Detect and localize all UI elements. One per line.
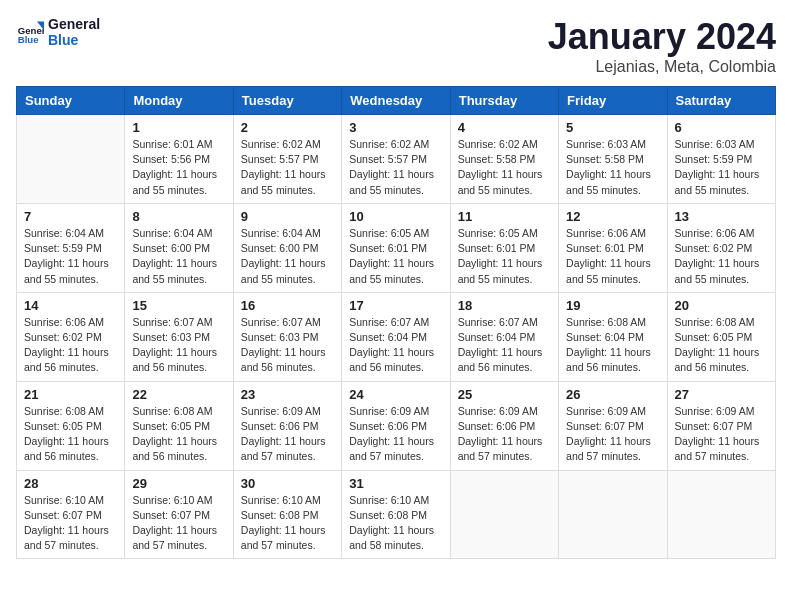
day-info: Sunrise: 6:09 AM Sunset: 6:06 PM Dayligh… xyxy=(241,404,334,465)
logo-icon: General Blue xyxy=(16,18,44,46)
day-info: Sunrise: 6:06 AM Sunset: 6:01 PM Dayligh… xyxy=(566,226,659,287)
day-info: Sunrise: 6:03 AM Sunset: 5:58 PM Dayligh… xyxy=(566,137,659,198)
calendar-cell: 4Sunrise: 6:02 AM Sunset: 5:58 PM Daylig… xyxy=(450,115,558,204)
calendar-cell: 19Sunrise: 6:08 AM Sunset: 6:04 PM Dayli… xyxy=(559,292,667,381)
day-info: Sunrise: 6:02 AM Sunset: 5:57 PM Dayligh… xyxy=(241,137,334,198)
day-number: 15 xyxy=(132,298,225,313)
calendar-cell: 3Sunrise: 6:02 AM Sunset: 5:57 PM Daylig… xyxy=(342,115,450,204)
day-info: Sunrise: 6:05 AM Sunset: 6:01 PM Dayligh… xyxy=(349,226,442,287)
day-info: Sunrise: 6:04 AM Sunset: 5:59 PM Dayligh… xyxy=(24,226,117,287)
day-number: 12 xyxy=(566,209,659,224)
calendar-cell: 2Sunrise: 6:02 AM Sunset: 5:57 PM Daylig… xyxy=(233,115,341,204)
weekday-header-row: SundayMondayTuesdayWednesdayThursdayFrid… xyxy=(17,87,776,115)
calendar-cell: 12Sunrise: 6:06 AM Sunset: 6:01 PM Dayli… xyxy=(559,203,667,292)
day-number: 28 xyxy=(24,476,117,491)
day-info: Sunrise: 6:04 AM Sunset: 6:00 PM Dayligh… xyxy=(241,226,334,287)
day-number: 17 xyxy=(349,298,442,313)
day-number: 31 xyxy=(349,476,442,491)
calendar-cell: 25Sunrise: 6:09 AM Sunset: 6:06 PM Dayli… xyxy=(450,381,558,470)
day-number: 23 xyxy=(241,387,334,402)
calendar-cell: 28Sunrise: 6:10 AM Sunset: 6:07 PM Dayli… xyxy=(17,470,125,559)
page-title: January 2024 xyxy=(548,16,776,58)
day-number: 22 xyxy=(132,387,225,402)
calendar-cell: 9Sunrise: 6:04 AM Sunset: 6:00 PM Daylig… xyxy=(233,203,341,292)
day-number: 7 xyxy=(24,209,117,224)
day-info: Sunrise: 6:10 AM Sunset: 6:07 PM Dayligh… xyxy=(24,493,117,554)
day-info: Sunrise: 6:09 AM Sunset: 6:07 PM Dayligh… xyxy=(675,404,768,465)
day-number: 13 xyxy=(675,209,768,224)
weekday-header-friday: Friday xyxy=(559,87,667,115)
calendar-cell: 15Sunrise: 6:07 AM Sunset: 6:03 PM Dayli… xyxy=(125,292,233,381)
calendar-cell xyxy=(667,470,775,559)
day-info: Sunrise: 6:08 AM Sunset: 6:05 PM Dayligh… xyxy=(132,404,225,465)
weekday-header-thursday: Thursday xyxy=(450,87,558,115)
day-number: 30 xyxy=(241,476,334,491)
day-number: 5 xyxy=(566,120,659,135)
day-info: Sunrise: 6:07 AM Sunset: 6:03 PM Dayligh… xyxy=(132,315,225,376)
calendar-cell: 29Sunrise: 6:10 AM Sunset: 6:07 PM Dayli… xyxy=(125,470,233,559)
calendar-table: SundayMondayTuesdayWednesdayThursdayFrid… xyxy=(16,86,776,559)
day-info: Sunrise: 6:06 AM Sunset: 6:02 PM Dayligh… xyxy=(24,315,117,376)
header: General Blue General Blue January 2024 L… xyxy=(16,16,776,76)
weekday-header-sunday: Sunday xyxy=(17,87,125,115)
day-info: Sunrise: 6:08 AM Sunset: 6:05 PM Dayligh… xyxy=(675,315,768,376)
calendar-cell: 1Sunrise: 6:01 AM Sunset: 5:56 PM Daylig… xyxy=(125,115,233,204)
logo: General Blue General Blue xyxy=(16,16,100,48)
day-number: 14 xyxy=(24,298,117,313)
day-info: Sunrise: 6:08 AM Sunset: 6:04 PM Dayligh… xyxy=(566,315,659,376)
day-info: Sunrise: 6:10 AM Sunset: 6:08 PM Dayligh… xyxy=(241,493,334,554)
calendar-cell: 17Sunrise: 6:07 AM Sunset: 6:04 PM Dayli… xyxy=(342,292,450,381)
calendar-cell: 18Sunrise: 6:07 AM Sunset: 6:04 PM Dayli… xyxy=(450,292,558,381)
day-info: Sunrise: 6:05 AM Sunset: 6:01 PM Dayligh… xyxy=(458,226,551,287)
day-info: Sunrise: 6:09 AM Sunset: 6:06 PM Dayligh… xyxy=(458,404,551,465)
day-info: Sunrise: 6:06 AM Sunset: 6:02 PM Dayligh… xyxy=(675,226,768,287)
day-number: 2 xyxy=(241,120,334,135)
calendar-cell: 27Sunrise: 6:09 AM Sunset: 6:07 PM Dayli… xyxy=(667,381,775,470)
calendar-cell: 7Sunrise: 6:04 AM Sunset: 5:59 PM Daylig… xyxy=(17,203,125,292)
day-number: 26 xyxy=(566,387,659,402)
weekday-header-monday: Monday xyxy=(125,87,233,115)
page-subtitle: Lejanias, Meta, Colombia xyxy=(548,58,776,76)
day-number: 9 xyxy=(241,209,334,224)
week-row-2: 7Sunrise: 6:04 AM Sunset: 5:59 PM Daylig… xyxy=(17,203,776,292)
week-row-1: 1Sunrise: 6:01 AM Sunset: 5:56 PM Daylig… xyxy=(17,115,776,204)
day-info: Sunrise: 6:10 AM Sunset: 6:07 PM Dayligh… xyxy=(132,493,225,554)
day-number: 1 xyxy=(132,120,225,135)
day-number: 4 xyxy=(458,120,551,135)
week-row-4: 21Sunrise: 6:08 AM Sunset: 6:05 PM Dayli… xyxy=(17,381,776,470)
calendar-cell: 16Sunrise: 6:07 AM Sunset: 6:03 PM Dayli… xyxy=(233,292,341,381)
calendar-cell: 11Sunrise: 6:05 AM Sunset: 6:01 PM Dayli… xyxy=(450,203,558,292)
calendar-cell: 30Sunrise: 6:10 AM Sunset: 6:08 PM Dayli… xyxy=(233,470,341,559)
weekday-header-saturday: Saturday xyxy=(667,87,775,115)
day-number: 21 xyxy=(24,387,117,402)
calendar-cell: 14Sunrise: 6:06 AM Sunset: 6:02 PM Dayli… xyxy=(17,292,125,381)
day-number: 6 xyxy=(675,120,768,135)
day-info: Sunrise: 6:07 AM Sunset: 6:03 PM Dayligh… xyxy=(241,315,334,376)
calendar-cell: 20Sunrise: 6:08 AM Sunset: 6:05 PM Dayli… xyxy=(667,292,775,381)
calendar-cell: 23Sunrise: 6:09 AM Sunset: 6:06 PM Dayli… xyxy=(233,381,341,470)
day-info: Sunrise: 6:04 AM Sunset: 6:00 PM Dayligh… xyxy=(132,226,225,287)
calendar-cell: 6Sunrise: 6:03 AM Sunset: 5:59 PM Daylig… xyxy=(667,115,775,204)
day-info: Sunrise: 6:08 AM Sunset: 6:05 PM Dayligh… xyxy=(24,404,117,465)
day-info: Sunrise: 6:02 AM Sunset: 5:58 PM Dayligh… xyxy=(458,137,551,198)
day-info: Sunrise: 6:10 AM Sunset: 6:08 PM Dayligh… xyxy=(349,493,442,554)
day-info: Sunrise: 6:09 AM Sunset: 6:06 PM Dayligh… xyxy=(349,404,442,465)
calendar-cell: 5Sunrise: 6:03 AM Sunset: 5:58 PM Daylig… xyxy=(559,115,667,204)
calendar-cell: 8Sunrise: 6:04 AM Sunset: 6:00 PM Daylig… xyxy=(125,203,233,292)
day-info: Sunrise: 6:07 AM Sunset: 6:04 PM Dayligh… xyxy=(349,315,442,376)
calendar-cell: 26Sunrise: 6:09 AM Sunset: 6:07 PM Dayli… xyxy=(559,381,667,470)
day-info: Sunrise: 6:01 AM Sunset: 5:56 PM Dayligh… xyxy=(132,137,225,198)
calendar-cell: 22Sunrise: 6:08 AM Sunset: 6:05 PM Dayli… xyxy=(125,381,233,470)
week-row-5: 28Sunrise: 6:10 AM Sunset: 6:07 PM Dayli… xyxy=(17,470,776,559)
day-number: 10 xyxy=(349,209,442,224)
day-info: Sunrise: 6:09 AM Sunset: 6:07 PM Dayligh… xyxy=(566,404,659,465)
weekday-header-tuesday: Tuesday xyxy=(233,87,341,115)
day-info: Sunrise: 6:02 AM Sunset: 5:57 PM Dayligh… xyxy=(349,137,442,198)
calendar-cell: 24Sunrise: 6:09 AM Sunset: 6:06 PM Dayli… xyxy=(342,381,450,470)
day-number: 27 xyxy=(675,387,768,402)
day-number: 11 xyxy=(458,209,551,224)
calendar-cell: 13Sunrise: 6:06 AM Sunset: 6:02 PM Dayli… xyxy=(667,203,775,292)
calendar-cell: 10Sunrise: 6:05 AM Sunset: 6:01 PM Dayli… xyxy=(342,203,450,292)
calendar-cell xyxy=(559,470,667,559)
day-info: Sunrise: 6:07 AM Sunset: 6:04 PM Dayligh… xyxy=(458,315,551,376)
